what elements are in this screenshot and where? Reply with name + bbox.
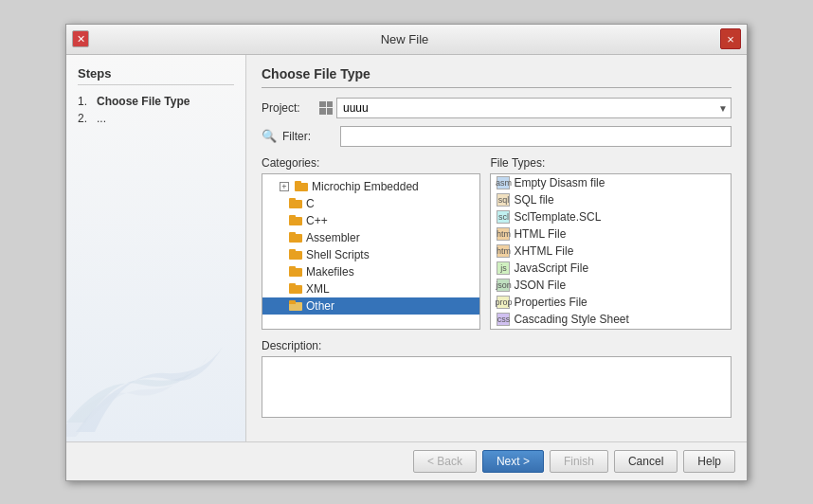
step-1-num: 1.	[78, 95, 93, 108]
right-panel: Choose File Type Project: uuuu	[246, 55, 747, 441]
category-other[interactable]: Other	[262, 297, 479, 315]
project-row: Project: uuuu ▼	[262, 98, 732, 118]
file-icon-html: htm	[497, 227, 510, 241]
next-button[interactable]: Next >	[482, 450, 544, 473]
file-icon-css: css	[497, 313, 510, 326]
filetype-css[interactable]: css Cascading Style Sheet	[491, 311, 731, 328]
filetype-label: XHTML File	[514, 244, 573, 258]
filetype-js[interactable]: js JavaScript File	[491, 260, 731, 277]
filter-input[interactable]	[340, 126, 732, 147]
filetype-json[interactable]: json JSON File	[491, 277, 731, 294]
folder-icon-c	[289, 198, 302, 208]
step-2-num: 2.	[78, 112, 93, 125]
folder-icon-microchip	[295, 181, 308, 191]
file-icon-js: js	[497, 261, 510, 275]
category-makefiles[interactable]: Makefiles	[262, 263, 479, 280]
filetype-scl[interactable]: scl SclTemplate.SCL	[491, 208, 731, 225]
category-c[interactable]: C	[262, 195, 479, 212]
section-title: Choose File Type	[262, 66, 732, 88]
title-bar: ✕ New File ×	[66, 25, 747, 55]
category-xml[interactable]: XML	[262, 280, 479, 297]
file-icon-scl: scl	[497, 210, 510, 224]
expand-icon[interactable]: +	[280, 182, 289, 191]
filetype-label: JSON File	[514, 279, 566, 292]
filetype-html[interactable]: htm HTML File	[491, 225, 731, 243]
window-title: New File	[89, 32, 720, 46]
folder-icon-xml	[289, 283, 302, 294]
help-button[interactable]: Help	[683, 450, 735, 473]
filetype-xhtml[interactable]: htm XHTML File	[491, 243, 731, 260]
search-icon: 🔍	[262, 129, 277, 143]
description-section: Description:	[262, 339, 732, 421]
filetype-label: Properties File	[514, 296, 587, 309]
category-assembler[interactable]: Assembler	[262, 229, 479, 246]
project-select[interactable]: uuuu	[336, 98, 732, 118]
filetype-sql[interactable]: sql SQL file	[491, 191, 731, 208]
close-button[interactable]: ×	[720, 28, 741, 49]
category-microchip[interactable]: + Microchip Embedded	[262, 178, 479, 195]
project-icon	[319, 101, 333, 115]
categories-list[interactable]: + Microchip Embedded C C++	[262, 173, 480, 330]
category-label: XML	[306, 282, 330, 296]
step-2: 2. ...	[78, 112, 234, 125]
file-icon-prop: prop	[497, 296, 510, 309]
step-2-label: ...	[97, 112, 106, 125]
cancel-button[interactable]: Cancel	[614, 450, 678, 473]
filetype-yaml[interactable]: yaml YAML File	[491, 328, 731, 330]
grid-cell-2	[327, 101, 334, 108]
grid-cell-4	[327, 108, 334, 115]
file-icon-asm: asm	[497, 176, 510, 189]
folder-icon-cpp	[289, 215, 302, 225]
project-label: Project:	[262, 101, 314, 115]
title-bar-left: ✕	[72, 30, 89, 47]
grid-cell-3	[319, 108, 326, 115]
filetype-empty-disasm[interactable]: asm Empty Disasm file	[491, 174, 731, 191]
filetype-label: Empty Disasm file	[514, 176, 605, 189]
categories-header: Categories:	[262, 156, 480, 170]
category-label: Other	[306, 299, 334, 313]
filetypes-header: File Types:	[490, 156, 732, 170]
description-textarea[interactable]	[262, 356, 732, 418]
main-window: ✕ New File × Steps 1. Choose File Type 2…	[65, 24, 748, 481]
folder-icon-asm	[289, 232, 302, 243]
project-select-wrapper: uuuu ▼	[336, 98, 732, 118]
category-label: C++	[306, 214, 328, 227]
filetype-label: SQL file	[514, 193, 553, 207]
steps-title: Steps	[78, 66, 234, 85]
back-button[interactable]: < Back	[413, 450, 477, 473]
category-label: Microchip Embedded	[312, 180, 419, 193]
category-label: C	[306, 197, 315, 210]
filetype-label: JavaScript File	[514, 261, 588, 275]
filetypes-column: File Types: asm Empty Disasm file sql SQ…	[490, 156, 732, 330]
project-select-container: uuuu ▼	[319, 98, 732, 118]
category-cpp[interactable]: C++	[262, 212, 479, 229]
watermark-graphic	[66, 299, 237, 441]
steps-panel: Steps 1. Choose File Type 2. ...	[66, 55, 246, 441]
folder-icon-shell	[289, 249, 302, 260]
folder-icon-other	[289, 300, 302, 311]
description-label: Description:	[262, 339, 732, 352]
two-columns: Categories: + Microchip Embedded C	[262, 156, 732, 330]
filetype-label: HTML File	[514, 227, 566, 241]
bottom-bar: < Back Next > Finish Cancel Help	[66, 441, 747, 480]
file-icon-sql: sql	[497, 193, 510, 207]
close-icon-left[interactable]: ✕	[72, 30, 89, 47]
filetypes-list[interactable]: asm Empty Disasm file sql SQL file scl S…	[490, 173, 732, 330]
main-content: Steps 1. Choose File Type 2. ... Choose …	[66, 55, 747, 441]
file-icon-xhtml: htm	[497, 244, 510, 258]
filter-label: Filter:	[282, 130, 334, 143]
step-1: 1. Choose File Type	[78, 95, 234, 108]
filetype-label: SclTemplate.SCL	[514, 210, 601, 224]
category-label: Makefiles	[306, 265, 354, 279]
step-1-label: Choose File Type	[97, 95, 190, 108]
category-label: Assembler	[306, 231, 360, 244]
category-label: Shell Scripts	[306, 248, 370, 261]
grid-cell-1	[319, 101, 326, 108]
filetype-properties[interactable]: prop Properties File	[491, 294, 731, 311]
categories-column: Categories: + Microchip Embedded C	[262, 156, 480, 330]
category-shell[interactable]: Shell Scripts	[262, 246, 479, 263]
filter-row: 🔍 Filter:	[262, 126, 732, 147]
file-icon-json: json	[497, 279, 510, 292]
finish-button[interactable]: Finish	[550, 450, 608, 473]
folder-icon-make	[289, 266, 302, 277]
